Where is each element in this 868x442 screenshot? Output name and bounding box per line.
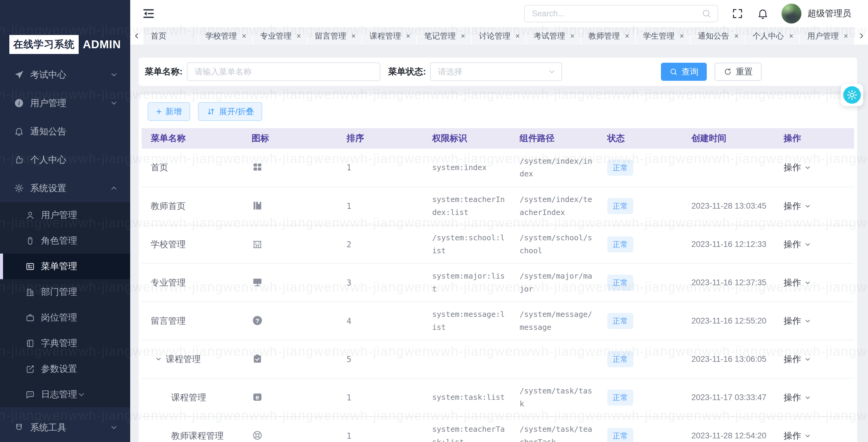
chevron-down-icon [804,432,811,440]
tab-profile[interactable]: 个人中心× [745,27,800,45]
sidebar-subitem-param-settings[interactable]: 参数设置 [0,356,130,382]
menu-table: 菜单名称 图标 排序 权限标识 组件路径 状态 创建时间 操作 首页 [142,128,854,442]
expand-row-chevron-icon[interactable] [155,355,162,363]
sidebar-item-profile[interactable]: 个人中心 [0,146,130,174]
school-icon [252,238,263,249]
tab-student[interactable]: 学生管理× [636,27,691,45]
row-actions-dropdown[interactable]: 操作 [784,353,811,365]
row-actions-dropdown[interactable]: 操作 [784,392,811,404]
close-icon[interactable]: × [351,32,356,40]
expand-collapse-button[interactable]: 展开/折叠 [198,102,262,121]
close-icon[interactable]: × [789,32,794,40]
notification-bell-icon[interactable] [757,7,769,20]
search-input[interactable] [532,9,701,19]
reset-button[interactable]: 重置 [715,63,762,81]
tab-scroll-right-button[interactable] [855,27,868,45]
tab-major[interactable]: 专业管理× [253,27,308,45]
close-icon[interactable]: × [516,32,520,40]
sidebar-subitem-menu-mgmt[interactable]: 菜单管理 [0,254,130,279]
table-row: 教师课程管理 1 system:teacherTask:list /system… [142,417,854,442]
sidebar-subitem-log-mgmt[interactable]: 日志管理 [0,382,130,407]
tab-bar: 首页 学校管理× 专业管理× 留言管理× 课程管理× 笔记管理× 讨论管理× 考… [130,27,868,45]
sidebar-item-label: 个人中心 [30,154,118,166]
fullscreen-icon[interactable] [732,7,744,20]
tab-teacher[interactable]: 教师管理× [581,27,636,45]
search-button[interactable]: 查询 [661,63,707,81]
sidebar-item-system-settings[interactable]: 系统设置 [0,174,130,202]
menu-status-select[interactable]: 请选择 [430,62,562,81]
search-icon[interactable] [701,8,712,19]
filter-buttons: 查询 重置 [661,63,762,81]
table-row: 课程管理 1 system:task:list /system/task/tas… [142,378,854,417]
row-actions-dropdown[interactable]: 操作 [784,277,811,289]
sidebar-subitem-label: 部门管理 [41,286,77,298]
bell-icon [14,126,24,137]
tab-home[interactable]: 首页 [144,27,198,45]
send-icon [14,70,24,80]
chevron-left-icon [133,32,141,40]
close-icon[interactable]: × [625,32,629,40]
sidebar-item-exam-center[interactable]: 考试中心 [0,61,130,89]
row-actions-dropdown[interactable]: 操作 [784,315,811,327]
grid-icon [252,161,263,173]
add-button[interactable]: + 新增 [148,102,190,121]
table-row: 留言管理 4 system:message:list /system/messa… [142,302,854,340]
sidebar-subitem-dept-mgmt[interactable]: 部门管理 [0,279,130,305]
close-icon[interactable]: × [461,32,465,40]
close-icon[interactable]: × [242,32,246,40]
tab-school[interactable]: 学校管理× [198,27,253,45]
briefcase-icon [25,313,35,323]
tab-user[interactable]: 用户管理× [800,27,855,45]
tab-discussion[interactable]: 讨论管理× [472,27,527,45]
username[interactable]: 超级管理员 [807,7,851,20]
sidebar-subitem-label: 菜单管理 [41,260,77,272]
close-icon[interactable]: × [734,32,739,40]
close-icon[interactable]: × [844,32,848,40]
close-icon[interactable]: × [680,32,684,40]
status-badge: 正常 [607,313,633,329]
select-placeholder: 请选择 [438,66,462,77]
table-row: 教师首页 1 system:teacherIndex:list /system/… [142,187,854,225]
row-actions-dropdown[interactable]: 操作 [784,200,811,212]
menu-name-cell: 课程管理 [142,378,238,417]
menu-name-input[interactable] [187,62,380,81]
sidebar-item-notice[interactable]: 通知公告 [0,117,130,146]
chevron-down-icon [110,423,118,432]
row-actions-dropdown[interactable]: 操作 [784,161,811,174]
tab-course[interactable]: 课程管理× [362,27,417,45]
chevron-right-icon [858,32,865,40]
chevron-down-icon [804,356,811,363]
chevron-down-icon [804,279,811,287]
sidebar-subitem-post-mgmt[interactable]: 岗位管理 [0,305,130,330]
close-icon[interactable]: × [297,32,301,40]
menu-name-label: 菜单名称: [145,66,183,78]
table-row: 课程管理 5 正常 2023-11-16 13:06:05 操作 [142,340,854,378]
sidebar-subitem-user-mgmt[interactable]: 用户管理 [0,202,130,228]
tab-notice[interactable]: 通知公告× [690,27,745,45]
sidebar-subitem-dict-mgmt[interactable]: 字典管理 [0,330,130,356]
close-icon[interactable]: × [406,32,410,40]
question-circle-icon [252,315,263,326]
col-header-actions: 操作 [772,128,854,149]
sidebar-collapse-icon[interactable] [142,7,156,21]
sidebar-menu: 考试中心 用户管理 通知公告 个人中心 系统设置 [0,61,130,442]
menu-icon-cell [238,378,335,417]
tab-scroll-left-button[interactable] [130,27,144,45]
tab-message[interactable]: 留言管理× [308,27,363,45]
main-column: 超级管理员 首页 学校管理× 专业管理× 留言管理× 课程管理× 笔记管理× 讨… [130,0,868,442]
tab-exam[interactable]: 考试管理× [527,27,581,45]
sidebar-subitem-role-mgmt[interactable]: 角色管理 [0,228,130,254]
sidebar-item-label: 系统设置 [30,182,110,195]
row-actions-dropdown[interactable]: 操作 [784,238,811,251]
close-icon[interactable]: × [570,32,575,40]
sidebar-item-system-tools[interactable]: 系统工具 [0,413,130,442]
user-icon [25,210,35,220]
tab-note[interactable]: 笔记管理× [417,27,472,45]
settings-panel-button[interactable] [841,84,863,106]
row-actions-dropdown[interactable]: 操作 [784,430,811,442]
notebook-icon [25,338,35,348]
table-card: + 新增 展开/折叠 菜单名称 [138,94,857,442]
user-avatar[interactable] [781,4,801,24]
sidebar-item-user-mgmt[interactable]: 用户管理 [0,89,130,117]
thumbs-up-icon [14,155,24,165]
